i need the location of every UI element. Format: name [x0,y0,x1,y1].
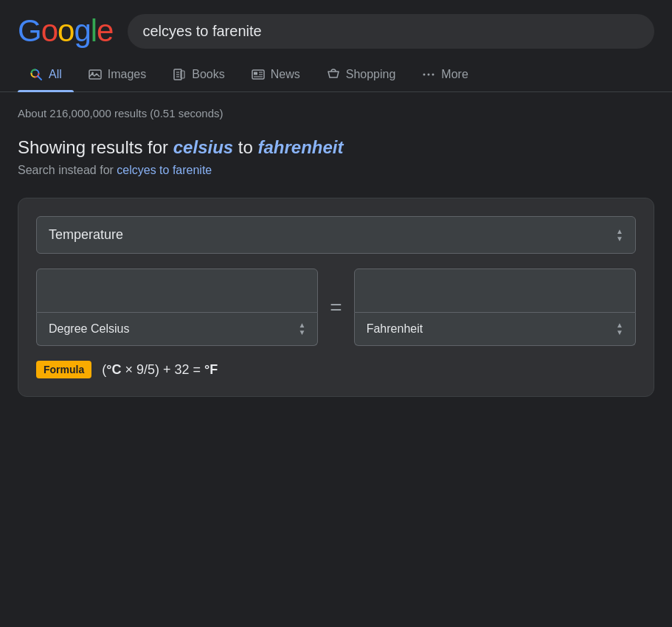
equals-sign: = [330,296,342,319]
from-unit-label: Degree Celsius [49,322,129,336]
formula-row: Formula (°C × 9/5) + 32 = °F [36,361,636,378]
tab-books-label: Books [192,68,224,81]
original-prefix: Search instead for [18,164,117,176]
results-count-text: About 216,000,000 results (0.51 seconds) [18,107,224,119]
google-logo: Google [18,13,113,49]
formula-text: (°C × 9/5) + 32 = °F [102,362,218,378]
more-icon [422,68,435,81]
calculator-card: Temperature ▲▼ Degree Celsius ▲▼ = Fahre… [18,198,654,397]
tab-news[interactable]: News [240,58,312,91]
to-unit-arrows: ▲▼ [616,322,623,336]
svg-point-17 [423,74,426,76]
svg-rect-13 [254,72,257,75]
original-query-link[interactable]: celcyes to farenite [117,164,212,176]
tab-shopping-label: Shopping [346,68,396,81]
correction-main: Showing results for celsius to fahrenhei… [18,137,654,158]
images-icon [89,68,102,81]
svg-point-18 [428,74,430,76]
tab-news-label: News [271,68,300,81]
unit-type-label: Temperature [49,227,123,243]
formula-badge: Formula [36,361,91,378]
to-unit-label: Fahrenheit [367,322,423,336]
unit-type-arrows: ▲▼ [616,228,623,243]
svg-line-4 [38,76,41,80]
unit-type-select[interactable]: Temperature ▲▼ [36,216,636,254]
tab-more-label: More [441,68,468,81]
correction-prefix: Showing results for [18,137,173,157]
from-unit-select[interactable]: Degree Celsius ▲▼ [36,313,318,346]
tab-images[interactable]: Images [77,58,158,91]
correction-connector: to [233,137,257,157]
to-value-input[interactable] [354,269,636,313]
correction-sub: Search instead for celcyes to farenite [18,164,654,177]
search-multicolor-icon [30,68,43,81]
nav-tabs: All Images Books News [0,58,672,92]
svg-point-19 [432,74,434,76]
results-count: About 216,000,000 results (0.51 seconds) [0,92,672,125]
search-bar[interactable]: celcyes to farenite [128,14,654,49]
tab-books[interactable]: Books [161,58,236,91]
correction-section: Showing results for celsius to fahrenhei… [0,125,672,192]
books-icon [173,68,186,81]
converters-row: Degree Celsius ▲▼ = Fahrenheit ▲▼ [36,269,636,346]
to-converter: Fahrenheit ▲▼ [354,269,636,346]
news-icon [252,68,265,81]
shopping-icon [327,68,340,81]
tab-more[interactable]: More [410,58,479,91]
corrected-term-1: celsius [173,137,233,157]
tab-all[interactable]: All [18,58,74,91]
from-unit-arrows: ▲▼ [298,322,305,336]
tab-images-label: Images [108,68,146,81]
search-query-text: celcyes to farenite [142,23,261,40]
header: Google celcyes to farenite [0,0,672,58]
corrected-term-2: fahrenheit [258,137,344,157]
to-unit-select[interactable]: Fahrenheit ▲▼ [354,313,636,346]
from-value-input[interactable] [36,269,318,313]
from-converter: Degree Celsius ▲▼ [36,269,318,346]
tab-all-label: All [49,68,62,81]
tab-shopping[interactable]: Shopping [315,58,408,91]
